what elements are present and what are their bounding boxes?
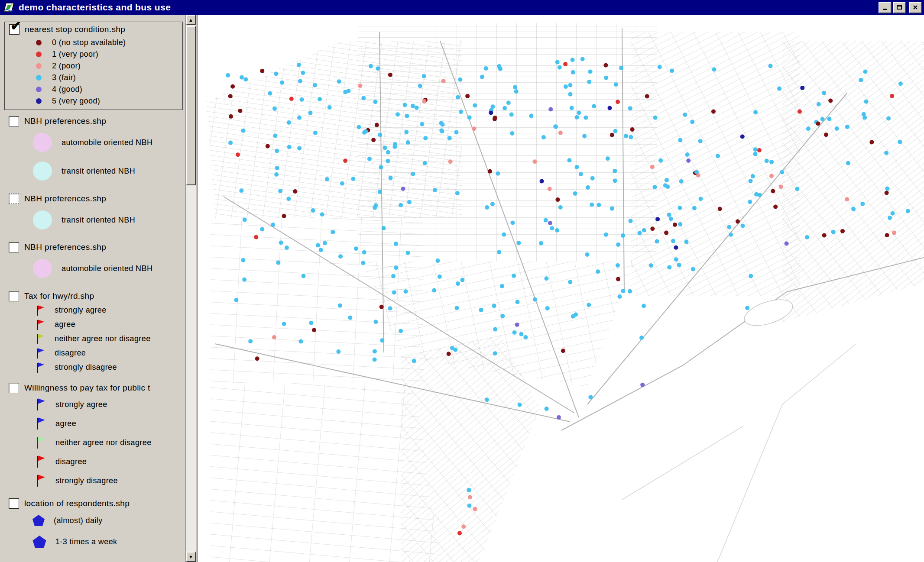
layer-checkbox[interactable] [9, 194, 19, 204]
dot-swatch[interactable] [36, 63, 42, 69]
legend-panel: ✔ nearest stop condition.shp 0 (no stop … [0, 15, 185, 562]
legend-item: 2 (poor) [5, 60, 182, 72]
legend-label: transit oriented NBH [62, 167, 135, 176]
flag-swatch[interactable] [36, 318, 45, 331]
layer-nearest-stop-condition: ✔ nearest stop condition.shp 0 (no stop … [4, 22, 183, 110]
flag-swatch[interactable] [36, 435, 46, 450]
legend-item: strongly agree [0, 395, 185, 414]
legend-item: neither agree nor disagree [0, 433, 185, 452]
legend-item: strongly disagree [0, 471, 185, 490]
legend-label: neither agree nor disagree [55, 334, 151, 343]
legend-item: 1-3 times a week [0, 530, 185, 553]
legend-label: 5 (very good) [52, 97, 100, 106]
flag-swatch[interactable] [36, 416, 46, 431]
layer-checkbox[interactable]: ✔ [9, 24, 19, 35]
legend-label: agree [55, 419, 76, 428]
window-title: demo characteristics and bus use [19, 2, 171, 13]
legend-item: 3 (fair) [5, 72, 182, 84]
legend-item: agree [0, 317, 185, 332]
up-arrow-icon: ▲ [188, 17, 193, 23]
legend-label: 1-3 times a week [55, 537, 117, 546]
legend-label: (almost) daily [54, 516, 103, 525]
app-icon[interactable] [2, 1, 15, 14]
legend-label: 4 (good) [52, 85, 82, 94]
legend-item: strongly disagree [0, 360, 185, 375]
legend-label: strongly agree [55, 400, 107, 409]
layer-nbh-preferences-3: NBH preferences.shp automobile oriented … [0, 240, 185, 283]
flag-swatch[interactable] [36, 361, 45, 374]
globe-map-icon [3, 1, 15, 13]
legend-item: 4 (good) [5, 84, 182, 95]
area-swatch[interactable] [33, 133, 52, 152]
legend-scrollbar[interactable]: ▲ ▼ [185, 15, 196, 562]
legend-item: disagree [0, 346, 185, 360]
dot-swatch[interactable] [36, 98, 42, 104]
flag-swatch[interactable] [36, 397, 46, 412]
legend-label: 3 (fair) [52, 73, 76, 82]
layer-checkbox[interactable] [9, 116, 19, 126]
scroll-up-button[interactable]: ▲ [186, 15, 196, 25]
scrollbar-thumb[interactable] [186, 26, 196, 185]
layer-tax-for-hwy-rd: Tax for hwy/rd.shp strongly agree agree … [0, 289, 185, 375]
legend-item: neither agree nor disagree [0, 332, 185, 346]
area-swatch[interactable] [33, 210, 52, 229]
layer-name[interactable]: NBH preferences.shp [24, 242, 106, 252]
legend-label: neither agree nor disagree [55, 438, 152, 447]
legend-item: automobile oriented NBH [0, 128, 185, 157]
dot-swatch[interactable] [36, 87, 42, 92]
check-icon: ✔ [10, 19, 21, 32]
maximize-icon [896, 4, 902, 10]
pentagon-swatch[interactable] [32, 514, 45, 526]
layer-location-of-respondents: location of respondents.shp (almost) dai… [0, 497, 185, 553]
legend-label: disagree [55, 457, 87, 466]
layer-checkbox[interactable] [9, 383, 19, 393]
legend-item: 5 (very good) [5, 95, 182, 107]
minimize-icon [882, 4, 888, 10]
legend-item: (almost) daily [0, 510, 185, 530]
layer-name[interactable]: NBH preferences.shp [24, 194, 106, 203]
legend-item: transit oriented NBH [0, 157, 185, 185]
layer-checkbox[interactable] [9, 242, 19, 252]
legend-label: strongly disagree [55, 363, 117, 372]
down-arrow-icon: ▼ [188, 554, 193, 559]
close-button[interactable] [909, 2, 922, 13]
layer-name[interactable]: Willingness to pay tax for public t [24, 383, 150, 393]
pentagon-swatch[interactable] [32, 535, 47, 549]
flag-swatch[interactable] [36, 333, 45, 346]
flag-swatch[interactable] [36, 454, 46, 469]
area-swatch[interactable] [33, 161, 52, 181]
layer-nbh-preferences-1: NBH preferences.shp automobile oriented … [0, 114, 185, 185]
flag-swatch[interactable] [36, 347, 45, 360]
legend-label: agree [55, 320, 75, 329]
legend-label: automobile oriented NBH [62, 264, 152, 273]
layer-nbh-preferences-2: NBH preferences.shp transit oriented NBH [0, 192, 185, 234]
legend-label: transit oriented NBH [62, 216, 135, 225]
dot-swatch[interactable] [36, 75, 42, 81]
legend-label: 1 (very poor) [52, 50, 98, 59]
legend-item: automobile oriented NBH [0, 254, 185, 283]
map-area [197, 15, 924, 562]
scroll-down-button[interactable]: ▼ [186, 552, 196, 562]
legend-item: 1 (very poor) [5, 48, 182, 60]
minimize-button[interactable] [879, 2, 892, 13]
dot-swatch[interactable] [36, 52, 42, 57]
layer-name[interactable]: nearest stop condition.shp [25, 25, 125, 34]
maximize-button[interactable] [893, 2, 906, 13]
layer-checkbox[interactable] [9, 498, 19, 509]
layer-name[interactable]: Tax for hwy/rd.shp [24, 291, 94, 301]
legend-item: transit oriented NBH [0, 206, 185, 234]
legend-label: 2 (poor) [52, 61, 81, 71]
layer-checkbox[interactable] [9, 291, 19, 301]
title-bar[interactable]: demo characteristics and bus use [0, 0, 924, 15]
area-swatch[interactable] [33, 259, 52, 278]
legend-item: 0 (no stop available) [5, 37, 182, 48]
layer-name[interactable]: NBH preferences.shp [24, 116, 106, 126]
layer-name[interactable]: location of respondents.shp [24, 499, 130, 508]
flag-swatch[interactable] [36, 473, 46, 488]
window-controls [879, 2, 922, 13]
dot-swatch[interactable] [36, 40, 42, 45]
layer-willingness-tax-public-transit: Willingness to pay tax for public t stro… [0, 381, 185, 490]
legend-label: disagree [55, 349, 86, 358]
map-view[interactable] [198, 15, 924, 562]
flag-swatch[interactable] [36, 304, 45, 317]
